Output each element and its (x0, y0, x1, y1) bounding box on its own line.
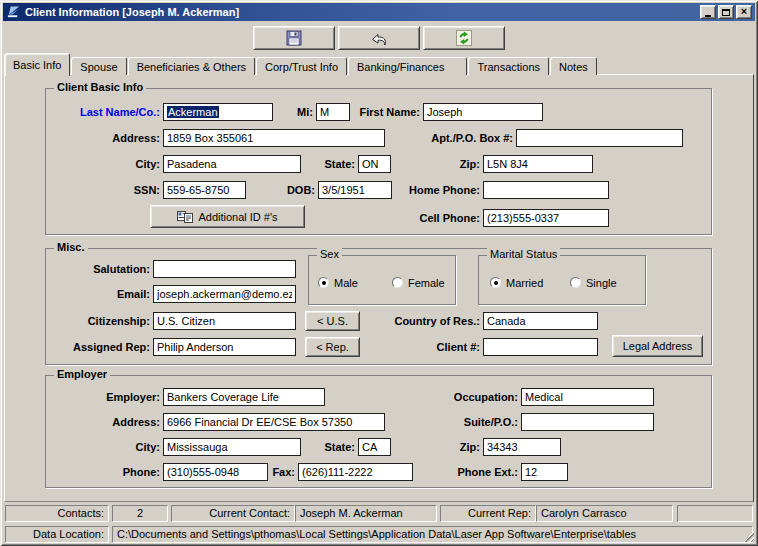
occupation-label: Occupation: (438, 391, 518, 403)
first-name-field[interactable] (423, 103, 543, 121)
employer-zip-label: Zip: (430, 441, 480, 453)
us-citizen-button-label: < U.S. (317, 315, 348, 327)
maximize-button[interactable] (718, 5, 734, 19)
city-label: City: (90, 158, 160, 170)
email-field[interactable] (153, 285, 296, 303)
salutation-field[interactable] (153, 260, 296, 278)
rep-button-label: < Rep. (316, 341, 349, 353)
additional-id-button[interactable]: Additional ID #'s (150, 205, 305, 228)
sex-female-radio[interactable] (392, 277, 403, 288)
assigned-rep-field[interactable] (153, 338, 296, 356)
ssn-label: SSN: (100, 184, 160, 196)
zip-label: Zip: (430, 158, 480, 170)
country-of-res-field[interactable] (483, 312, 598, 330)
tab-strip: Basic Info Spouse Beneficiaries & Others… (4, 52, 598, 75)
occupation-field[interactable] (521, 388, 654, 406)
first-name-label: First Name: (340, 106, 420, 118)
tab-label: Notes (559, 61, 588, 73)
mi-label: Mi: (273, 106, 313, 118)
employer-address-field[interactable] (163, 413, 385, 431)
fax-field[interactable] (298, 463, 413, 481)
assigned-rep-label: Assigned Rep: (55, 341, 150, 353)
state-label: State: (305, 158, 355, 170)
citizenship-field[interactable] (153, 312, 296, 330)
country-of-res-label: Country of Res.: (370, 315, 480, 327)
rep-button[interactable]: < Rep. (305, 337, 360, 357)
refresh-button[interactable] (423, 26, 505, 50)
refresh-icon (456, 30, 472, 46)
marital-single-radio[interactable] (570, 277, 581, 288)
tab-spouse[interactable]: Spouse (71, 57, 126, 75)
tab-label: Spouse (80, 61, 117, 73)
home-phone-label: Home Phone: (390, 184, 480, 196)
state-field[interactable] (358, 155, 391, 173)
sex-male-radio[interactable] (318, 277, 329, 288)
id-cards-icon (177, 211, 193, 223)
titlebar[interactable]: Client Information [Joseph M. Ackerman] … (3, 3, 755, 21)
tab-label: Banking/Finances (357, 61, 444, 73)
zip-field[interactable] (483, 155, 593, 173)
maximize-icon (722, 9, 730, 16)
cell-phone-field[interactable] (483, 209, 609, 227)
us-citizen-button[interactable]: < U.S. (305, 311, 360, 331)
sex-group-title: Sex (317, 248, 342, 260)
app-logo-icon (6, 5, 21, 19)
employer-phone-field[interactable] (163, 463, 268, 481)
employer-city-field[interactable] (163, 438, 301, 456)
save-button[interactable] (253, 26, 335, 50)
employer-city-label: City: (90, 441, 160, 453)
legal-address-button[interactable]: Legal Address (612, 335, 703, 357)
status-spacer-panel (677, 505, 753, 522)
client-number-field[interactable] (483, 338, 598, 356)
current-rep-value: Carolyn Carrasco (536, 505, 673, 522)
citizenship-label: Citizenship: (60, 315, 150, 327)
marital-status-group-title: Marital Status (487, 248, 560, 260)
close-button[interactable]: × (736, 5, 752, 19)
home-phone-field[interactable] (483, 181, 609, 199)
last-name-field[interactable]: Ackerman (163, 103, 273, 121)
last-name-label: Last Name/Co.: (40, 106, 160, 118)
employer-field[interactable] (163, 388, 325, 406)
group-title: Misc. (54, 241, 88, 253)
marital-status-group: Marital Status (478, 255, 646, 305)
tab-banking-finances[interactable]: Banking/Finances (348, 57, 467, 75)
additional-id-button-label: Additional ID #'s (198, 211, 277, 223)
undo-button[interactable] (338, 26, 420, 50)
employer-zip-field[interactable] (483, 438, 561, 456)
tab-label: Corp/Trust Info (265, 61, 338, 73)
address-field[interactable] (163, 129, 385, 147)
current-rep-label: Current Rep: (440, 505, 536, 522)
cell-phone-label: Cell Phone: (390, 212, 480, 224)
marital-single-label: Single (586, 277, 617, 289)
close-icon: × (741, 6, 747, 17)
employer-state-field[interactable] (358, 438, 391, 456)
window-title: Client Information [Joseph M. Ackerman] (25, 6, 698, 18)
phone-ext-label: Phone Ext.: (428, 466, 518, 478)
minimize-button[interactable] (700, 5, 716, 19)
employer-label: Employer: (90, 391, 160, 403)
ssn-field[interactable] (163, 181, 246, 199)
city-field[interactable] (163, 155, 301, 173)
suite-po-label: Suite/P.O.: (438, 416, 518, 428)
tab-transactions[interactable]: Transactions (468, 57, 549, 75)
tab-beneficiaries[interactable]: Beneficiaries & Others (128, 57, 255, 75)
tab-notes[interactable]: Notes (550, 57, 597, 75)
address-label: Address: (60, 132, 160, 144)
apt-po-box-field[interactable] (516, 129, 683, 147)
minimize-icon (705, 15, 711, 17)
tab-label: Transactions (477, 61, 540, 73)
marital-married-label: Married (506, 277, 543, 289)
group-title: Client Basic Info (54, 81, 146, 93)
dob-field[interactable] (318, 181, 392, 199)
marital-married-radio[interactable] (490, 277, 501, 288)
tab-label: Beneficiaries & Others (137, 61, 246, 73)
employer-address-label: Address: (90, 416, 160, 428)
tab-corp-trust[interactable]: Corp/Trust Info (256, 57, 347, 75)
current-contact-label: Current Contact: (171, 505, 295, 522)
client-number-label: Client #: (410, 341, 480, 353)
sex-male-label: Male (334, 277, 358, 289)
sex-female-label: Female (408, 277, 445, 289)
tab-basic-info[interactable]: Basic Info (4, 53, 70, 76)
phone-ext-field[interactable] (521, 463, 568, 481)
suite-po-field[interactable] (521, 413, 654, 431)
